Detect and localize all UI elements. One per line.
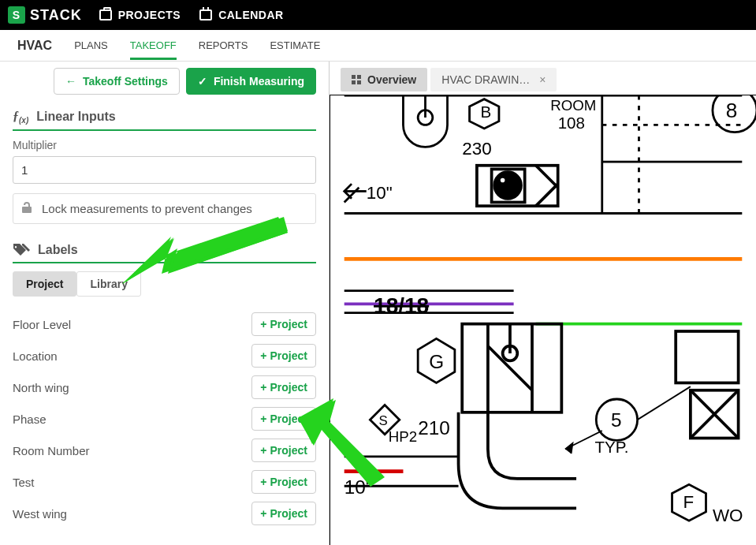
arrow-left-icon: ← [65, 75, 76, 88]
multiplier-input[interactable] [13, 156, 316, 184]
label-name: West wing [13, 507, 67, 521]
plus-icon: + [260, 412, 266, 425]
label-name: Floor Level [13, 318, 71, 331]
plus-icon: + [260, 318, 266, 330]
label-row: Test+Project [13, 467, 316, 497]
text-230: 230 [462, 139, 491, 159]
blueprint-svg: B 230 ROOM 108 [330, 95, 756, 545]
lock-measurements-row[interactable]: Lock measurements to prevent changes [13, 193, 316, 224]
label-name: Room Number [13, 444, 90, 457]
hex-b-text: B [481, 103, 492, 121]
takeoff-settings-label: Takeoff Settings [83, 75, 168, 88]
canvas-tab-overview[interactable]: Overview [341, 68, 427, 91]
lock-measurements-label: Lock measurements to prevent changes [42, 202, 252, 215]
add-label-project-button[interactable]: +Project [251, 344, 316, 368]
brand-logo: S STACK [8, 6, 82, 24]
text-210: 210 [418, 417, 450, 439]
text-typ: TYP. [594, 438, 628, 456]
tab-takeoff[interactable]: TAKEOFF [130, 31, 177, 60]
lock-icon [21, 201, 32, 216]
nav-calendar-label: CALENDAR [218, 9, 284, 21]
add-button-label: Project [270, 444, 307, 457]
brand-mark-icon: S [8, 6, 25, 24]
brand-name: STACK [30, 7, 82, 24]
add-label-project-button[interactable]: +Project [251, 502, 316, 525]
labels-section: Labels Project Library Floor Level+Proje… [13, 243, 316, 528]
tab-estimate[interactable]: ESTIMATE [270, 31, 320, 60]
check-icon: ✓ [198, 75, 207, 88]
add-button-label: Project [270, 381, 307, 394]
add-label-project-button[interactable]: +Project [251, 470, 316, 494]
add-button-label: Project [270, 507, 307, 520]
label-name: Phase [13, 412, 47, 426]
takeoff-settings-button[interactable]: ← Takeoff Settings [54, 68, 180, 95]
finish-measuring-label: Finish Measuring [214, 75, 304, 88]
svg-point-12 [494, 172, 521, 199]
add-label-project-button[interactable]: +Project [251, 439, 316, 462]
briefcase-icon [99, 9, 112, 21]
label-row: Phase+Project [13, 404, 316, 434]
text-wo: WO [713, 506, 743, 525]
plus-icon: + [260, 349, 266, 362]
drawing-canvas-area: Overview HVAC DRAWIN… × [330, 62, 756, 545]
canvas-tab-hvac-label: HVAC DRAWIN… [441, 73, 530, 86]
tab-plans[interactable]: PLANS [74, 31, 108, 60]
plus-icon: + [260, 381, 266, 394]
linear-inputs-heading: Linear Inputs [36, 110, 115, 124]
tags-icon [13, 243, 30, 257]
labels-tab-library[interactable]: Library [76, 271, 140, 297]
top-nav: PROJECTS CALENDAR [99, 9, 284, 21]
add-button-label: Project [270, 412, 307, 425]
nav-projects-label: PROJECTS [118, 9, 181, 21]
label-row: North wing+Project [13, 372, 316, 402]
multiplier-label: Multiplier [13, 139, 316, 151]
project-subnav: HVAC PLANS TAKEOFF REPORTS ESTIMATE [0, 30, 756, 62]
label-name: Location [13, 349, 58, 363]
text-10in-top: 10" [367, 183, 393, 203]
add-button-label: Project [270, 318, 307, 330]
text-room: ROOM [550, 97, 596, 114]
hex-f-text: F [683, 492, 695, 512]
takeoff-sidebar: ← Takeoff Settings ✓ Finish Measuring ƒ(… [0, 62, 330, 545]
labels-heading: Labels [38, 243, 78, 257]
add-label-project-button[interactable]: +Project [251, 312, 316, 336]
hex-g-text: G [429, 351, 444, 372]
finish-measuring-button[interactable]: ✓ Finish Measuring [186, 68, 316, 95]
text-108: 108 [558, 114, 585, 132]
label-row: Floor Level+Project [13, 309, 316, 339]
label-row: Location+Project [13, 341, 316, 371]
label-name: Test [13, 476, 35, 489]
svg-point-13 [499, 177, 506, 184]
labels-tab-project[interactable]: Project [13, 271, 76, 297]
add-button-label: Project [270, 476, 307, 488]
add-label-project-button[interactable]: +Project [251, 375, 316, 399]
canvas-tab-hvac-drawing[interactable]: HVAC DRAWIN… × [430, 68, 557, 91]
label-row: West wing+Project [13, 498, 316, 528]
app-topbar: S STACK PROJECTS CALENDAR [0, 0, 756, 30]
plus-icon: + [260, 507, 266, 520]
grid-icon [352, 75, 361, 84]
plus-icon: + [260, 444, 266, 457]
canvas-tab-overview-label: Overview [367, 73, 416, 86]
text-hp2: HP2 [389, 428, 417, 445]
close-icon[interactable]: × [539, 73, 546, 86]
tab-reports[interactable]: REPORTS [199, 31, 248, 60]
project-name: HVAC [17, 39, 52, 53]
text-s: S [379, 413, 388, 428]
calendar-icon [199, 9, 212, 21]
label-name: North wing [13, 381, 69, 394]
nav-calendar[interactable]: CALENDAR [199, 9, 284, 21]
text-8: 8 [726, 99, 738, 122]
label-row: Room Number+Project [13, 435, 316, 465]
text-5: 5 [611, 409, 622, 431]
fx-icon: ƒ(x) [13, 109, 28, 125]
add-label-project-button[interactable]: +Project [251, 407, 316, 431]
linear-inputs-section: ƒ(x) Linear Inputs Multiplier Lock measu… [13, 109, 316, 224]
nav-projects[interactable]: PROJECTS [99, 9, 181, 21]
plus-icon: + [260, 476, 266, 488]
blueprint-viewport[interactable]: B 230 ROOM 108 [330, 95, 756, 545]
add-button-label: Project [270, 349, 307, 362]
